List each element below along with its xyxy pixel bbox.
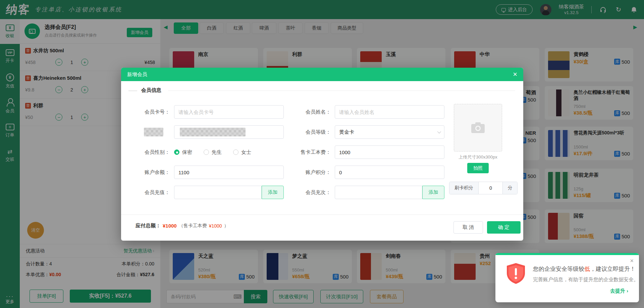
section-dash (128, 90, 137, 91)
times-label: 会员充次： (285, 189, 331, 196)
photo-upload-box[interactable] (454, 104, 502, 151)
card-fee-input[interactable] (335, 145, 444, 159)
gender-radio-group: 保密 先生 女士 (174, 145, 251, 159)
radio-mr[interactable]: 先生 (204, 149, 222, 156)
member-level-value: 黄金卡 (339, 129, 354, 135)
recharge-add-button[interactable]: 添加 (262, 186, 284, 199)
swipe-points-value[interactable]: 0 (479, 182, 502, 194)
points-label: 账户积分： (285, 169, 331, 176)
chevron-right-icon: › (627, 288, 628, 294)
balance-input[interactable] (174, 166, 284, 179)
shield-alert-icon (505, 262, 526, 286)
toast-upgrade-link[interactable]: 去提升 › (610, 288, 628, 294)
gender-label: 会员性别： (128, 149, 170, 156)
toast-close-icon[interactable]: × (630, 258, 634, 264)
payable-amount: ¥1000 (163, 223, 177, 229)
modal-header: 新增会员 × (121, 68, 523, 81)
camera-icon (471, 122, 485, 133)
section-line (168, 90, 515, 91)
swipe-points-control: 刷卡积分 0 分 (449, 182, 518, 194)
card-no-label: 会员卡号： (128, 109, 170, 115)
toast-line2: 完善账户信息，有助于提升您的企业数据安全。 (533, 276, 639, 283)
recharge-label: 会员充值： (128, 189, 170, 196)
pos-screen: 纳客 专注单店、小连锁的收银系统 进入后台 纳客烟酒茶 v1.32.5 ↻ (0, 0, 644, 308)
payable-paren-close: ） (224, 223, 229, 229)
swipe-points-label: 刷卡积分 (449, 182, 479, 194)
security-toast: × 您的企业安全等级较低，建议立即提升！ 完善账户信息，有助于提升您的企业数据安… (495, 253, 639, 302)
new-member-modal: 新增会员 × 会员信息 会员卡号： 会员姓名： 会员等级： 黄金卡 会员性别： … (121, 68, 523, 241)
radio-secret[interactable]: 保密 (174, 149, 192, 156)
times-input[interactable] (335, 186, 422, 199)
payable-label: 应付总额： (136, 223, 161, 229)
points-input[interactable] (335, 166, 444, 179)
radio-dot-icon (204, 149, 209, 155)
modal-title: 新增会员 (127, 71, 147, 78)
photo-size-hint: 上传尺寸300x300px (440, 154, 516, 160)
member-level-select[interactable]: 黄金卡 (335, 125, 444, 139)
payable-paren: （售卡工本费 (179, 223, 207, 229)
cancel-button[interactable]: 取 消 (453, 221, 483, 234)
redacted-value (180, 128, 246, 136)
member-name-label: 会员姓名： (285, 109, 331, 115)
payable-paren-amount: ¥1000 (209, 223, 222, 229)
take-photo-button[interactable]: 拍照 (467, 163, 489, 173)
toast-low-word: 低 (584, 266, 590, 272)
payable-total: 应付总额： ¥1000 （售卡工本费 ¥1000 ） (136, 223, 229, 229)
balance-label: 账户余额： (128, 169, 170, 176)
member-level-label: 会员等级： (285, 129, 331, 135)
section-title-text: 会员信息 (141, 87, 161, 94)
confirm-button[interactable]: 确 定 (487, 221, 521, 234)
recharge-input[interactable] (174, 186, 262, 199)
radio-dot-icon (174, 149, 179, 155)
section-title: 会员信息 (121, 87, 523, 94)
close-icon[interactable]: × (513, 71, 517, 78)
swipe-points-unit: 分 (502, 182, 517, 194)
redacted-label (144, 128, 163, 136)
chevron-down-icon (437, 130, 441, 133)
toast-line1: 您的企业安全等级较低，建议立即提升！ (533, 265, 636, 273)
member-name-input[interactable] (335, 105, 444, 119)
radio-ms[interactable]: 女士 (233, 149, 251, 156)
redacted-input[interactable] (174, 125, 284, 139)
radio-dot-icon (233, 149, 238, 155)
footer-divider (121, 214, 523, 215)
toast-accent-bar (495, 253, 639, 255)
times-add-button[interactable]: 添加 (422, 186, 444, 199)
card-no-input[interactable] (174, 105, 284, 119)
card-fee-label: 售卡工本费： (282, 149, 331, 156)
